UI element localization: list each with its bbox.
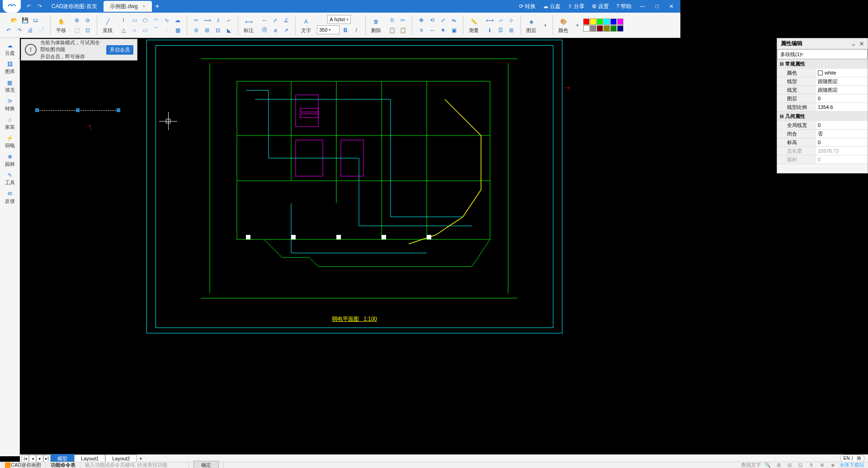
annotation-tool[interactable]: ⟷标注 (241, 16, 257, 35)
id-icon[interactable]: ℹ (485, 25, 495, 35)
redo-button[interactable]: ↷ (34, 1, 45, 12)
polygon-icon[interactable]: ⬠ (140, 15, 150, 25)
swatch-cyan[interactable] (604, 19, 610, 25)
convert-button[interactable]: ⟳转换 (516, 3, 538, 10)
dim-diameter-icon[interactable]: ⌀ (270, 25, 280, 35)
tab-drawing[interactable]: 示例图.dwg × (104, 1, 151, 12)
fontsize-select[interactable]: 350 (317, 25, 340, 34)
pan-tool[interactable]: ✋平移 (53, 16, 69, 35)
ellipse-icon[interactable]: ⬭ (140, 25, 150, 35)
measure-tool[interactable]: 📏测量 (466, 16, 482, 35)
mirror-icon[interactable]: ⇋ (449, 15, 459, 25)
dim-linear-icon[interactable]: ↔ (259, 15, 269, 25)
swatch-blue[interactable] (610, 19, 617, 25)
zoom-in-icon[interactable]: ⊕ (72, 15, 82, 25)
rect-icon[interactable]: ▭ (129, 15, 139, 25)
open-icon[interactable]: 📂 (9, 15, 19, 25)
italic-icon[interactable]: I (351, 25, 361, 35)
layer-dropdown[interactable] (540, 20, 550, 30)
swatch-magenta[interactable] (617, 19, 623, 25)
align-icon[interactable]: ≡ (416, 25, 426, 35)
zoom-window-icon[interactable]: ⬚ (72, 25, 82, 35)
trim-icon[interactable]: ✂ (191, 15, 201, 25)
cloud-icon[interactable]: ☁ (173, 15, 183, 25)
grip-start[interactable] (35, 108, 39, 112)
table-icon[interactable]: ⊞ (506, 25, 516, 35)
cut-icon[interactable]: ✂ (398, 15, 408, 25)
swatch-white[interactable] (583, 25, 590, 32)
rotate-icon[interactable]: ⟲ (427, 15, 437, 25)
sidebar-item-fill[interactable]: ▦填充 (1, 78, 19, 95)
zoom-fit-icon[interactable]: ⊡ (83, 25, 93, 35)
swatch-navy[interactable] (617, 25, 623, 32)
new-tab-button[interactable]: + (152, 2, 163, 10)
tab-close-icon[interactable]: × (142, 3, 146, 9)
upgrade-button[interactable]: 开启会员 (106, 45, 133, 55)
sidebar-item-garden[interactable]: ❀园林 (1, 152, 19, 169)
delete-tool[interactable]: 🗑删除 (368, 16, 384, 35)
tab-home[interactable]: CAD迷你画图-首页 (45, 1, 104, 12)
swatch-yellow[interactable] (590, 19, 596, 25)
sidebar-item-tools[interactable]: ✎工具 (1, 170, 19, 188)
grip-end[interactable] (117, 108, 120, 112)
coord-icon[interactable]: ⊹ (506, 15, 516, 25)
circle-icon[interactable]: ○ (129, 25, 139, 35)
arc-icon[interactable]: ◠ (151, 15, 161, 25)
text-tool[interactable]: A文字 (298, 16, 314, 35)
offset-icon[interactable]: ⫴ (213, 15, 223, 25)
bold-icon[interactable]: B (340, 25, 350, 35)
explode-icon[interactable]: ✷ (438, 25, 448, 35)
dim-radius-icon[interactable]: Ⓡ (259, 25, 269, 35)
cloud-button[interactable]: ☁云盘 (540, 3, 563, 10)
sidebar-item-feedback[interactable]: ✉反馈 (1, 189, 19, 206)
sidebar-item-cloud[interactable]: ☁云盘 (1, 41, 19, 58)
point-icon[interactable]: · (162, 25, 172, 35)
area-icon[interactable]: ▱ (495, 15, 505, 25)
swatch-green[interactable] (597, 19, 603, 25)
spline-icon[interactable]: ∿ (162, 15, 172, 25)
arc2-icon[interactable]: ⌒ (151, 25, 161, 35)
line-tool[interactable]: ╱直线 (99, 16, 116, 35)
maximize-button[interactable]: □ (651, 1, 663, 12)
sidebar-item-home[interactable]: ⌂家装 (1, 115, 19, 132)
saveas-icon[interactable]: 🗂 (31, 15, 41, 25)
fillet-icon[interactable]: ⌐ (224, 15, 234, 25)
join-icon[interactable]: ⊞ (202, 25, 212, 35)
pdf-icon[interactable]: 📄 (36, 25, 46, 35)
grip-mid[interactable] (76, 108, 80, 112)
paste2-icon[interactable]: 📋 (398, 25, 408, 35)
sidebar-item-lowvolt[interactable]: ⚡弱电 (1, 133, 19, 151)
swatch-olive[interactable] (604, 25, 610, 32)
color-tool[interactable]: 🎨颜色 (555, 16, 571, 35)
undo2-icon[interactable]: ↶ (4, 25, 14, 35)
stretch-icon[interactable]: ↔ (427, 25, 437, 35)
settings-button[interactable]: ⚙设置 (589, 3, 612, 10)
close-button[interactable]: ✕ (665, 1, 678, 12)
layer-tool[interactable]: ◈图层 (523, 16, 539, 35)
dim-aligned-icon[interactable]: ⤢ (270, 15, 280, 25)
help-button[interactable]: ?帮助 (613, 3, 634, 10)
scale-icon[interactable]: ⤢ (438, 15, 448, 25)
drawing-canvas[interactable]: ↑ → (20, 38, 680, 367)
color-dropdown[interactable] (572, 20, 582, 30)
dist-icon[interactable]: ⟷ (485, 15, 495, 25)
polyline-icon[interactable]: ⌇ (118, 15, 128, 25)
extend-icon[interactable]: ⟿ (202, 15, 212, 25)
swatch-gray[interactable] (590, 25, 596, 32)
swatch-dred[interactable] (597, 25, 603, 32)
minimize-button[interactable]: — (636, 1, 649, 12)
triangle-icon[interactable]: △ (118, 25, 128, 35)
print-icon[interactable]: 🖨 (25, 25, 35, 35)
array-icon[interactable]: ⊟ (213, 25, 223, 35)
undo-button[interactable]: ↶ (24, 1, 34, 12)
leader-icon[interactable]: ↗ (281, 25, 291, 35)
chamfer-icon[interactable]: ◣ (224, 25, 234, 35)
sidebar-item-convert[interactable]: ⟳转换 (1, 96, 19, 114)
hatch-icon[interactable]: ▦ (173, 25, 183, 35)
block-icon[interactable]: ▣ (449, 25, 459, 35)
list-icon[interactable]: ☰ (495, 25, 505, 35)
copy-icon[interactable]: ⎘ (387, 15, 397, 25)
save-icon[interactable]: 💾 (20, 15, 30, 25)
swatch-red[interactable] (583, 19, 590, 25)
move-icon[interactable]: ✥ (416, 15, 426, 25)
